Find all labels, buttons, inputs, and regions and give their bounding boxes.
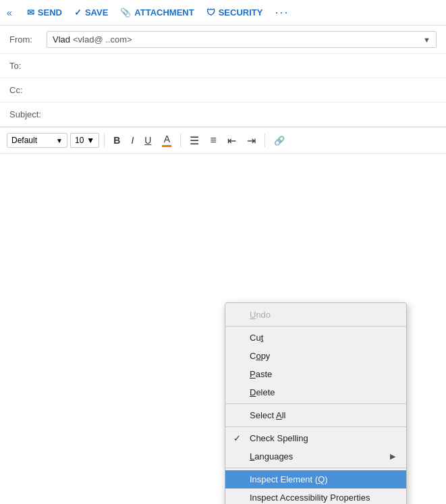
from-email: <vlad@ ..com> [73,34,132,45]
attachment-label: ATTACHMENT [134,7,194,18]
menu-separator [225,403,406,404]
font-size-value: 10 [75,136,84,145]
security-label: SECURITY [219,7,263,18]
increase-indent-button[interactable]: ⇥ [243,132,260,149]
to-label: To: [9,61,47,71]
menu-item-label: Select All [250,410,285,420]
insert-link-button[interactable]: 🔗 [270,134,289,148]
from-dropdown-arrow: ▼ [423,36,430,44]
subject-label: Subject: [9,109,47,119]
cc-row: Cc: [0,78,446,103]
cc-label: Cc: [9,85,47,95]
bullet-list-button[interactable]: ☰ [186,132,203,149]
bold-button[interactable]: B [109,133,124,148]
format-toolbar: Default ▼ 10 ▼ B I U A ☰ ≡ ⇤ ⇥ 🔗 [0,128,446,154]
menu-item-label: Languages [250,451,293,461]
from-row: From: Vlad <vlad@ ..com> ▼ [0,26,446,54]
text-color-button[interactable]: A [158,132,175,149]
color-letter: A [164,134,170,144]
menu-item-label: Paste [250,369,272,379]
menu-item-check_spelling[interactable]: ✓Check Spelling [225,429,406,447]
color-indicator: A [162,134,171,147]
save-button[interactable]: ✓ SAVE [74,7,108,18]
email-header: From: Vlad <vlad@ ..com> ▼ To: Cc: Subje… [0,26,446,128]
menu-item-label: Copy [250,351,270,361]
main-toolbar: « ✉ SEND ✓ SAVE 📎 ATTACHMENT 🛡 SECURITY … [0,0,446,26]
send-label: SEND [38,7,62,18]
save-icon: ✓ [74,7,82,18]
menu-item-undo: Undo [225,306,406,324]
attachment-button[interactable]: 📎 ATTACHMENT [120,7,194,18]
submenu-arrow-icon: ▶ [390,452,395,461]
menu-item-paste[interactable]: Paste [225,365,406,383]
color-bar [162,145,171,147]
numbered-list-button[interactable]: ≡ [206,132,220,148]
menu-item-select_all[interactable]: Select All [225,406,406,424]
to-row: To: [0,54,446,78]
security-button[interactable]: 🛡 SECURITY [206,7,263,18]
send-icon: ✉ [27,7,34,18]
menu-separator [225,426,406,427]
attachment-icon: 📎 [120,7,131,18]
email-body[interactable] [0,154,446,275]
more-button[interactable]: ··· [275,5,289,20]
font-family-select[interactable]: Default ▼ [7,133,67,148]
back-button[interactable]: « [7,7,12,18]
menu-separator [225,326,406,327]
font-size-select[interactable]: 10 ▼ [70,133,99,148]
font-family-arrow: ▼ [56,137,63,144]
menu-item-label: Inspect Element (Q) [250,474,328,484]
menu-item-copy[interactable]: Copy [225,347,406,365]
to-input[interactable] [47,61,437,71]
font-family-value: Default [11,136,37,145]
separator-1 [104,134,105,147]
font-size-arrow: ▼ [86,136,94,145]
from-name: Vlad [53,34,70,45]
subject-row: Subject: [0,103,446,127]
menu-item-label: Undo [250,310,271,320]
menu-separator [225,468,406,468]
italic-button[interactable]: I [127,133,138,148]
menu-item-inspect_element[interactable]: Inspect Element (Q) [225,470,406,488]
menu-item-cut[interactable]: Cut [225,329,406,347]
menu-item-label: Cut [250,333,263,343]
subject-input[interactable] [47,109,437,119]
separator-3 [264,134,265,147]
decrease-indent-button[interactable]: ⇤ [223,132,240,149]
from-dropdown[interactable]: Vlad <vlad@ ..com> ▼ [47,31,437,48]
separator-2 [180,134,181,147]
context-menu: UndoCutCopyPasteDeleteSelect All✓Check S… [225,302,407,504]
menu-item-inspect_accessibility[interactable]: Inspect Accessibility Properties [225,488,406,504]
save-label: SAVE [85,7,108,18]
cc-input[interactable] [47,85,437,95]
send-button[interactable]: ✉ SEND [27,7,62,18]
menu-item-languages[interactable]: Languages▶ [225,447,406,466]
menu-item-delete[interactable]: Delete [225,383,406,401]
from-label: From: [9,34,47,45]
menu-item-label: Check Spelling [250,433,308,443]
menu-item-label: Inspect Accessibility Properties [250,493,370,503]
security-icon: 🛡 [206,7,215,18]
menu-item-label: Delete [250,387,275,397]
check-icon: ✓ [233,433,241,443]
underline-button[interactable]: U [140,133,155,148]
